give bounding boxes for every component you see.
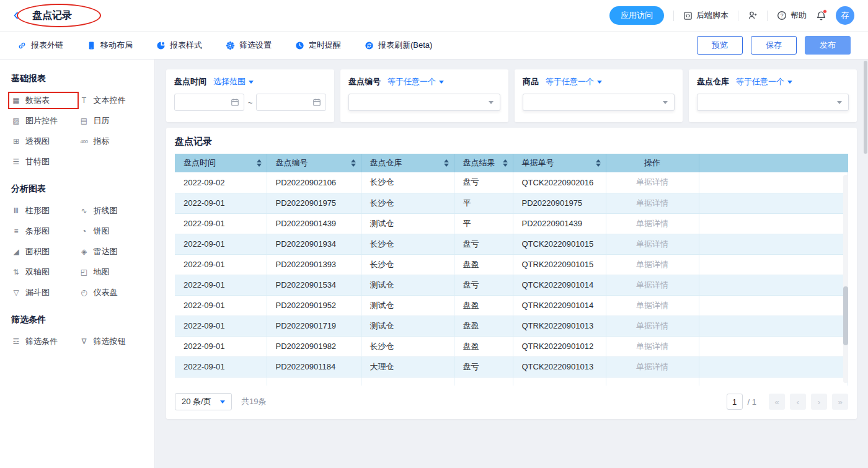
- doc-detail-link[interactable]: 单据详情: [606, 336, 699, 356]
- sort-icon[interactable]: [596, 159, 601, 167]
- sidebar-item[interactable]: ≡ 条形图: [11, 226, 76, 237]
- sidebar-item[interactable]: ▽ 漏斗图: [11, 287, 76, 298]
- filter-label: 盘点编号: [348, 76, 381, 87]
- sidebar-item[interactable]: ▨ 图片控件: [11, 115, 76, 126]
- sidebar-item[interactable]: ⇅ 双轴图: [11, 267, 76, 278]
- help-button[interactable]: ? 帮助: [777, 10, 807, 21]
- doc-detail-link[interactable]: 单据详情: [606, 213, 699, 234]
- table-scrollbar-thumb[interactable]: [843, 286, 848, 345]
- sidebar-item[interactable]: Ⅲ 柱形图: [11, 205, 76, 216]
- pivot-icon: ⊞: [11, 137, 21, 146]
- cell-warehouse: 长沙仓: [361, 193, 454, 213]
- filter-operator-dropdown[interactable]: 等于任意一个: [546, 76, 602, 87]
- doc-detail-link[interactable]: 单据详情: [606, 316, 699, 336]
- cell-blank: [699, 316, 848, 336]
- column-header[interactable]: 盘点时间: [175, 154, 267, 172]
- next-page-button[interactable]: ›: [811, 394, 827, 410]
- column-header[interactable]: 盘点结果: [454, 154, 513, 172]
- column-header[interactable]: 操作: [606, 154, 699, 172]
- filter-operator-dropdown[interactable]: 选择范围: [213, 76, 254, 87]
- filter-label: 商品: [523, 76, 539, 87]
- backend-script-button[interactable]: 后端脚本: [683, 10, 728, 21]
- toolbar-item-report-refresh[interactable]: 报表刷新(Beta): [365, 40, 432, 51]
- sidebar-item[interactable]: ◈ 雷达图: [79, 246, 144, 257]
- toolbar-item-report-style[interactable]: 报表样式: [156, 40, 202, 51]
- sidebar-item[interactable]: ∿ 折线图: [79, 205, 144, 216]
- filter-select[interactable]: [697, 94, 849, 111]
- first-page-button[interactable]: «: [769, 394, 785, 410]
- column-header[interactable]: 单据单号: [513, 154, 606, 172]
- filter-select[interactable]: [523, 94, 675, 111]
- table-title: 盘点记录: [175, 136, 848, 148]
- column-header-label: 单据单号: [522, 158, 554, 167]
- last-page-button[interactable]: »: [832, 394, 848, 410]
- doc-detail-link[interactable]: 单据详情: [606, 356, 699, 377]
- section-title-analysis-charts: 分析图表: [11, 183, 143, 195]
- app-access-button[interactable]: 应用访问: [609, 6, 664, 25]
- column-header-blank: [699, 154, 848, 172]
- cell-blank: [699, 336, 848, 356]
- doc-detail-link[interactable]: 单据详情: [606, 254, 699, 275]
- filter-select[interactable]: [348, 94, 500, 111]
- sidebar-item[interactable]: ⊞ 透视图: [11, 136, 76, 147]
- filter-operator-dropdown[interactable]: 等于任意一个: [736, 76, 792, 87]
- sidebar-item[interactable]: ▦ 数据表: [11, 95, 76, 106]
- refresh-icon: [365, 41, 374, 50]
- cell-doc-number: QTRK20220901012: [513, 336, 606, 356]
- date-end-input[interactable]: [256, 94, 326, 111]
- sort-icon[interactable]: [503, 159, 508, 167]
- doc-detail-link[interactable]: 单据详情: [606, 295, 699, 316]
- toolbar-item-scheduled-reminder[interactable]: 定时提醒: [295, 40, 341, 51]
- avatar[interactable]: 存: [836, 6, 854, 25]
- doc-detail-link[interactable]: 单据详情: [606, 172, 699, 193]
- doc-detail-link[interactable]: 单据详情: [606, 275, 699, 295]
- sidebar-item[interactable]: T 文本控件: [79, 95, 144, 106]
- toolbar-item-report-link[interactable]: 报表外链: [17, 40, 63, 51]
- doc-detail-link[interactable]: 单据详情: [606, 193, 699, 213]
- sidebar-item[interactable]: ◴ 仪表盘: [79, 287, 144, 298]
- page-size-select[interactable]: 20 条/页: [175, 393, 232, 410]
- prev-page-button[interactable]: ‹: [790, 394, 806, 410]
- date-range-separator: ~: [248, 98, 253, 107]
- members-button[interactable]: [748, 11, 758, 20]
- cell-doc-number: PD20220901975: [513, 193, 606, 213]
- column-header[interactable]: 盘点仓库: [361, 154, 454, 172]
- page-scrollbar-thumb[interactable]: [864, 61, 867, 154]
- sort-icon[interactable]: [444, 159, 449, 167]
- sidebar-item[interactable]: ◢ 面积图: [11, 246, 76, 257]
- doc-detail-link[interactable]: 单据详情: [606, 234, 699, 254]
- members-icon: [748, 11, 758, 20]
- sidebar-item[interactable]: ∇ 筛选按钮: [79, 336, 144, 347]
- publish-button[interactable]: 发布: [805, 36, 851, 55]
- toolbar-item-mobile-layout[interactable]: 移动布局: [87, 40, 133, 51]
- table-scrollbar-track[interactable]: [843, 175, 848, 383]
- column-header[interactable]: 盘点编号: [267, 154, 361, 172]
- table-row: 2022-09-01 PD20220901952 测试仓 盘盈 QTRK2022…: [175, 295, 848, 316]
- backend-script-icon: [683, 11, 693, 20]
- date-start-input[interactable]: [174, 94, 244, 111]
- notification-button[interactable]: [816, 11, 826, 21]
- filter-card-inventory-code: 盘点编号 等于任意一个: [340, 69, 508, 122]
- pie-chart-icon: ◔: [79, 227, 89, 236]
- filter-operator-dropdown[interactable]: 等于任意一个: [388, 76, 444, 87]
- save-button[interactable]: 保存: [751, 36, 797, 55]
- sidebar-item[interactable]: ◔ 饼图: [79, 226, 144, 237]
- section-title-basic-reports: 基础报表: [11, 73, 143, 84]
- sidebar-item[interactable]: ▤ 日历: [79, 115, 144, 126]
- cell-warehouse: 长沙仓: [361, 234, 454, 254]
- cell-doc-number: QTRK20220901014: [513, 295, 606, 316]
- sidebar-item[interactable]: ☲ 筛选条件: [11, 336, 76, 347]
- table-row: 2022-09-01 PD20220901393 长沙仓 盘盈 QTRK2022…: [175, 254, 848, 275]
- cell-result: 盘亏: [454, 172, 513, 193]
- sidebar-item[interactable]: ◰ 地图: [79, 267, 144, 278]
- sidebar-item[interactable]: ☰ 甘特图: [11, 156, 76, 167]
- toolbar-item-filter-settings[interactable]: 筛选设置: [226, 40, 272, 51]
- back-button[interactable]: [11, 11, 21, 20]
- sidebar-item[interactable]: 400 指标: [79, 136, 144, 147]
- dual-axis-icon: ⇅: [11, 268, 21, 276]
- current-page-input[interactable]: 1: [727, 394, 743, 410]
- sort-icon[interactable]: [257, 159, 262, 167]
- inventory-table: 盘点时间 盘点编号 盘点仓库: [175, 154, 848, 386]
- sort-icon[interactable]: [351, 159, 356, 167]
- preview-button[interactable]: 预览: [697, 36, 743, 55]
